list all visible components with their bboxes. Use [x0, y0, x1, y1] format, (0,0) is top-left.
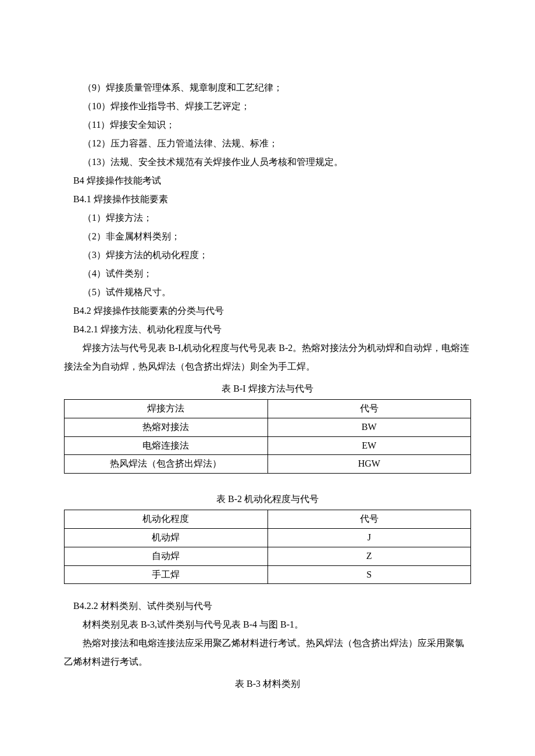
table-cell: 电熔连接法	[65, 436, 268, 455]
table-cell: 热熔对接法	[65, 418, 268, 436]
paragraph: 热熔对接法和电熔连接法应采用聚乙烯材料进行考试。热风焊法（包含挤出焊法）应采用聚…	[64, 634, 471, 671]
table-cell: J	[268, 528, 471, 547]
paragraph: 焊接方法与代号见表 B-I,机动化程度与代号见表 B-2。热熔对接法分为机动焊和…	[64, 339, 471, 376]
heading-b41: B4.1 焊接操作技能要素	[64, 190, 471, 209]
heading-b421: B4.2.1 焊接方法、机动化程度与代号	[64, 320, 471, 339]
table-row: 焊接方法 代号	[65, 400, 471, 418]
list-item: （13）法规、安全技术规范有关焊接作业人员考核和管理规定。	[64, 153, 471, 171]
list-item: （11）焊接安全知识；	[64, 116, 471, 134]
heading-b4: B4 焊接操作技能考试	[64, 171, 471, 190]
document-page: （9）焊接质量管理体系、规章制度和工艺纪律； （10）焊接作业指导书、焊接工艺评…	[0, 0, 535, 756]
list-item: （3）焊接方法的机动化程度；	[64, 246, 471, 264]
list-item: （4）试件类别；	[64, 264, 471, 283]
table-row: 热风焊法（包含挤出焊法） HGW	[65, 455, 471, 474]
table-caption-b2: 表 B-2 机动化程度与代号	[64, 490, 471, 508]
heading-b422: B4.2.2 材料类别、试件类别与代号	[64, 597, 471, 615]
table-cell: 自动焊	[65, 547, 268, 565]
table-cell: Z	[268, 547, 471, 565]
heading-b42: B4.2 焊接操作技能要素的分类与代号	[64, 302, 471, 320]
table-header-cell: 机动化程度	[65, 510, 268, 529]
paragraph: 材料类别见表 B-3,试件类别与代号见表 B-4 与图 B-1。	[64, 615, 471, 634]
table-caption-b3: 表 B-3 材料类别	[64, 675, 471, 693]
table-cell: 机动焊	[65, 528, 268, 547]
table-row: 手工焊 S	[65, 565, 471, 584]
list-item: （10）焊接作业指导书、焊接工艺评定；	[64, 97, 471, 116]
table-cell: 热风焊法（包含挤出焊法）	[65, 455, 268, 474]
table-b2: 机动化程度 代号 机动焊 J 自动焊 Z 手工焊 S	[64, 510, 471, 584]
table-row: 电熔连接法 EW	[65, 436, 471, 455]
table-cell: EW	[268, 436, 471, 455]
table-b1: 焊接方法 代号 热熔对接法 BW 电熔连接法 EW 热风焊法（包含挤出焊法） H…	[64, 399, 471, 474]
list-item: （9）焊接质量管理体系、规章制度和工艺纪律；	[64, 78, 471, 97]
table-row: 机动焊 J	[65, 528, 471, 547]
table-cell: HGW	[268, 455, 471, 474]
table-cell: BW	[268, 418, 471, 436]
list-item: （1）焊接方法；	[64, 209, 471, 227]
table-header-cell: 焊接方法	[65, 400, 268, 418]
list-item: （5）试件规格尺寸。	[64, 283, 471, 302]
table-row: 自动焊 Z	[65, 547, 471, 565]
table-row: 热熔对接法 BW	[65, 418, 471, 436]
table-header-cell: 代号	[268, 400, 471, 418]
list-item: （12）压力容器、压力管道法律、法规、标准；	[64, 134, 471, 153]
table-header-cell: 代号	[268, 510, 471, 529]
table-cell: S	[268, 565, 471, 584]
table-cell: 手工焊	[65, 565, 268, 584]
list-item: （2）非金属材料类别；	[64, 227, 471, 246]
table-caption-b1: 表 B-I 焊接方法与代号	[64, 379, 471, 398]
table-row: 机动化程度 代号	[65, 510, 471, 529]
